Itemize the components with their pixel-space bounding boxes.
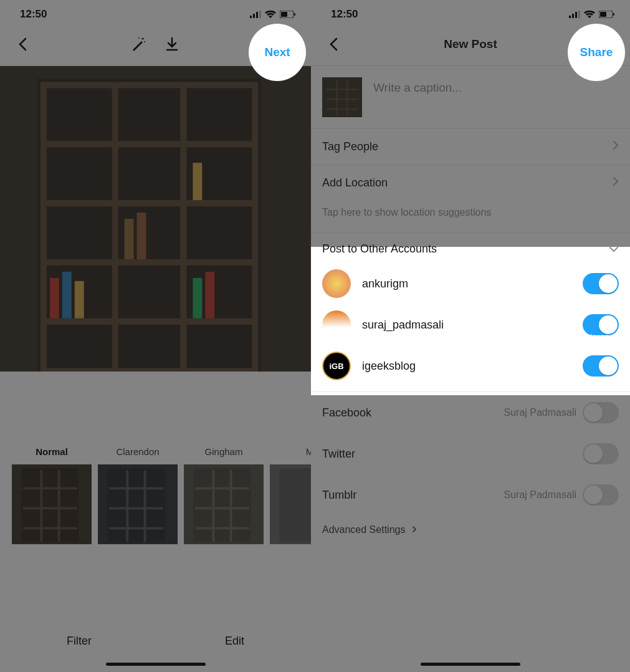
status-time: 12:50 (20, 8, 47, 21)
status-time: 12:50 (331, 8, 358, 21)
svg-rect-35 (107, 468, 165, 542)
svg-rect-26 (193, 163, 202, 200)
add-location-label: Add Location (322, 176, 388, 190)
account-name: suraj_padmasali (362, 319, 571, 332)
chevron-down-icon (609, 242, 619, 256)
account-row: iGB igeeksblog (311, 345, 630, 391)
post-thumbnail[interactable] (322, 77, 362, 117)
social-label: Twitter (322, 448, 355, 461)
tab-filter[interactable]: Filter (67, 635, 92, 648)
svg-rect-11 (37, 79, 261, 372)
svg-rect-20 (62, 272, 72, 319)
svg-rect-23 (205, 272, 214, 319)
home-indicator[interactable] (106, 663, 206, 666)
wifi-icon (584, 11, 595, 18)
social-toggle[interactable] (583, 443, 619, 464)
post-other-accounts-section: Post to Other Accounts ankurigm suraj_pa… (311, 232, 630, 391)
svg-rect-6 (294, 13, 295, 16)
social-sub: Suraj Padmasali (504, 489, 577, 501)
caption-input[interactable]: Write a caption... (373, 77, 462, 117)
svg-rect-52 (575, 12, 577, 18)
svg-point-7 (141, 37, 143, 39)
svg-rect-28 (21, 468, 79, 542)
svg-rect-2 (256, 12, 258, 18)
svg-rect-49 (279, 468, 311, 542)
filter-thumb (98, 464, 178, 544)
account-row: ankurigm (311, 263, 630, 304)
avatar[interactable]: iGB (322, 352, 351, 380)
filter-strip[interactable]: Normal Clarendon Gingham M (0, 446, 311, 544)
account-name: igeeksblog (362, 360, 571, 373)
status-bar: 12:50 (0, 0, 311, 22)
download-button[interactable] (160, 32, 184, 57)
cellular-icon (569, 11, 580, 18)
next-button-highlighted[interactable]: Next (264, 46, 290, 59)
filter-label: Gingham (181, 446, 267, 457)
social-row-facebook[interactable]: Facebook Suraj Padmasali (311, 392, 630, 433)
wifi-icon (265, 11, 276, 18)
social-share-section: Facebook Suraj Padmasali Twitter Tumblr … (311, 391, 630, 544)
status-icons (569, 11, 615, 18)
battery-icon (599, 11, 615, 18)
magic-wand-button[interactable] (126, 32, 151, 57)
svg-rect-53 (578, 11, 580, 18)
svg-rect-5 (281, 12, 287, 17)
share-button-highlighted[interactable]: Share (580, 46, 613, 59)
social-toggle[interactable] (583, 402, 619, 423)
filter-label: M (267, 446, 311, 457)
highlight-share: Share (568, 24, 625, 81)
filter-item-more[interactable]: M (267, 446, 311, 544)
svg-rect-0 (250, 16, 252, 18)
advanced-settings-row[interactable]: Advanced Settings (311, 516, 630, 544)
svg-rect-22 (193, 278, 202, 319)
svg-rect-56 (613, 13, 614, 16)
filter-item-gingham[interactable]: Gingham (181, 446, 267, 544)
home-indicator[interactable] (421, 663, 520, 666)
avatar[interactable] (322, 269, 351, 298)
account-name: ankurigm (362, 277, 571, 290)
svg-rect-24 (125, 219, 134, 259)
tag-people-row[interactable]: Tag People (311, 128, 630, 165)
advanced-settings-label: Advanced Settings (322, 524, 405, 535)
filter-thumb (12, 464, 92, 544)
social-toggle[interactable] (583, 484, 619, 506)
svg-rect-19 (50, 278, 59, 319)
account-toggle[interactable] (583, 355, 619, 377)
photo-preview[interactable] (0, 66, 311, 372)
highlight-next: Next (249, 24, 306, 81)
filter-label: Normal (9, 446, 95, 457)
filter-item-clarendon[interactable]: Clarendon (95, 446, 181, 544)
location-suggestions-hint[interactable]: Tap here to show location suggestions (311, 201, 630, 232)
svg-rect-55 (600, 12, 606, 17)
chevron-left-icon (18, 37, 27, 51)
filter-thumb (184, 464, 264, 544)
chevron-right-icon (412, 524, 417, 535)
watermark: www.deuaq.com (571, 332, 625, 340)
edit-photo-screen: 12:50 Next (0, 0, 311, 672)
chevron-right-icon (613, 140, 619, 153)
avatar[interactable] (322, 310, 351, 339)
tag-people-label: Tag People (322, 140, 378, 153)
svg-point-9 (138, 37, 140, 39)
svg-rect-51 (572, 14, 574, 18)
social-row-tumblr[interactable]: Tumblr Suraj Padmasali (311, 474, 630, 516)
bookshelf-image (0, 66, 311, 372)
filter-label: Clarendon (95, 446, 181, 457)
account-toggle[interactable] (583, 273, 619, 294)
svg-rect-21 (75, 281, 84, 319)
svg-rect-3 (259, 11, 261, 18)
filter-item-normal[interactable]: Normal (9, 446, 95, 544)
filter-thumb (270, 464, 311, 544)
svg-rect-42 (193, 468, 251, 542)
tab-edit[interactable]: Edit (225, 635, 244, 648)
download-icon (165, 37, 179, 52)
add-location-row[interactable]: Add Location (311, 165, 630, 201)
post-other-header-label: Post to Other Accounts (322, 242, 437, 256)
social-row-twitter[interactable]: Twitter (311, 433, 630, 474)
post-other-header-row[interactable]: Post to Other Accounts (311, 233, 630, 263)
back-button[interactable] (10, 32, 35, 57)
status-bar: 12:50 (311, 0, 630, 22)
svg-rect-57 (322, 77, 362, 117)
svg-point-8 (144, 41, 145, 42)
back-button[interactable] (321, 32, 346, 57)
